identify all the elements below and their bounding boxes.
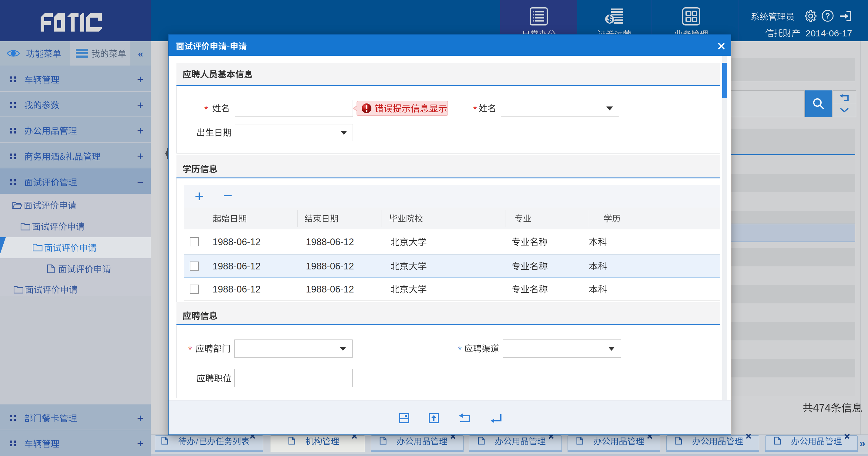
svg-text:?: ? xyxy=(825,11,830,20)
